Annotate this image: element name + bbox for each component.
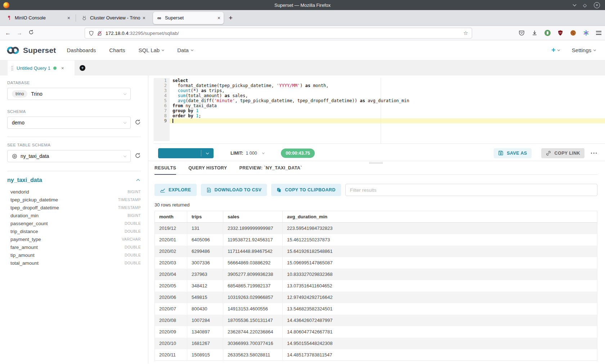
column-row[interactable]: duration_minBIGINT — [7, 211, 141, 219]
new-tab-button[interactable]: + — [229, 14, 233, 22]
table-row[interactable]: 2020/11150891526335623.5802881114.485173… — [155, 349, 597, 361]
back-button[interactable]: ← — [2, 30, 14, 36]
pocket-icon[interactable] — [519, 30, 525, 36]
code-line[interactable]: count(*) as trips, — [172, 88, 605, 93]
chevron-down-icon — [206, 151, 209, 154]
nav-data[interactable]: Data — [177, 47, 193, 53]
nav-sql-lab[interactable]: SQL Lab — [139, 47, 164, 53]
tab-close-icon[interactable]: × — [218, 15, 220, 21]
ublock-icon[interactable]: UO — [557, 30, 563, 36]
table-row[interactable]: 2020/03300733656664869.0388629215.096995… — [155, 257, 597, 269]
code-line[interactable]: from ny_taxi_data — [172, 103, 605, 108]
column-row[interactable]: total_amountDOUBLE — [7, 259, 141, 267]
refresh-schema-icon[interactable] — [135, 119, 141, 127]
tab-close-icon[interactable]: × — [143, 15, 145, 21]
table-row[interactable]: 2020/026299486117114448.8946754215.64192… — [155, 246, 597, 257]
column-row[interactable]: fare_amountDOUBLE — [7, 243, 141, 251]
nav-charts[interactable]: Charts — [109, 47, 125, 53]
column-header[interactable]: avg_duration_min — [283, 211, 597, 223]
window-close-icon[interactable]: × — [594, 2, 600, 8]
nav-dashboards[interactable]: Dashboards — [67, 47, 96, 53]
add-new-button[interactable]: + — [551, 46, 560, 54]
table-select[interactable]: ny_taxi_data — [7, 150, 131, 162]
query-tab-active[interactable]: Untitled Query 1 × — [8, 60, 75, 76]
refresh-table-icon[interactable] — [135, 153, 141, 160]
code-line[interactable]: order by 1; — [172, 113, 605, 118]
column-row[interactable]: tpep_pickup_datetimeTIMESTAMP — [7, 196, 141, 204]
query-tab-close-icon[interactable]: × — [61, 65, 64, 71]
column-header[interactable]: month — [155, 211, 187, 223]
extension-green-icon[interactable] — [544, 30, 551, 36]
table-heading[interactable]: ny_taxi_data — [7, 177, 42, 183]
forward-button[interactable]: → — [14, 30, 25, 36]
brand-name[interactable]: Superset — [23, 46, 56, 55]
table-row[interactable]: 2020/0780043014913153.460055613.54682358… — [155, 303, 597, 315]
table-row[interactable]: 2019/121312332.1899999999987223.59541984… — [155, 223, 597, 234]
extension-asterisk-icon[interactable] — [583, 30, 589, 36]
table-row[interactable]: 2020/016405096119538721.9245631715.46122… — [155, 234, 597, 246]
clipboard-icon — [277, 187, 282, 193]
downloads-icon[interactable] — [532, 30, 538, 36]
lock-disabled-icon[interactable] — [97, 31, 102, 36]
table-row[interactable]: 2020/08100728418705536.15013114714.43642… — [155, 315, 597, 326]
browser-tab-minio[interactable]: MinIO Console × — [3, 12, 73, 24]
editor-code[interactable]: select format_datetime(tpep_pickup_datet… — [172, 78, 605, 123]
add-query-tab-button[interactable]: + — [75, 60, 90, 76]
url-text[interactable]: 172.18.0.4:32295/superset/sqllab/ — [106, 31, 463, 36]
filter-results-input[interactable] — [345, 184, 597, 196]
code-line[interactable]: format_datetime(tpep_pickup_datetime, 'Y… — [172, 83, 605, 88]
column-row[interactable]: vendoridBIGINT — [7, 188, 141, 196]
browser-tab-superset[interactable]: ∞ Superset × — [153, 12, 224, 24]
table-row[interactable]: 2020/0654981510319263.02996685712.974924… — [155, 292, 597, 303]
collapse-icon[interactable] — [136, 179, 140, 183]
settings-menu[interactable]: Settings — [572, 47, 596, 53]
pane-resize-handle[interactable] — [369, 162, 383, 164]
code-line[interactable]: select — [172, 78, 605, 83]
more-actions-button[interactable]: ··· — [591, 150, 598, 157]
bookmark-star-icon[interactable]: ☆ — [463, 30, 468, 36]
column-header[interactable]: sales — [223, 211, 283, 223]
column-row[interactable]: payment_typeVARCHAR — [7, 235, 141, 243]
explore-button[interactable]: EXPLORE — [154, 184, 197, 196]
sql-code-editor[interactable]: 123456789 select format_datetime(tpep_pi… — [154, 78, 605, 144]
url-bar[interactable]: 172.18.0.4:32295/superset/sqllab/ ☆ — [85, 28, 472, 38]
copy-to-clipboard-button[interactable]: COPY TO CLIPBOARD — [271, 184, 341, 196]
run-button[interactable]: RUN — [158, 148, 214, 158]
table-cell: 2020/11 — [155, 349, 187, 361]
drag-handle-icon[interactable] — [11, 65, 13, 70]
database-select[interactable]: trino Trino — [7, 88, 131, 100]
copy-link-button[interactable]: COPY LINK — [541, 148, 584, 158]
limit-control[interactable]: LIMIT: 1 000 — [230, 151, 264, 156]
browser-tab-trino[interactable]: Cluster Overview - Trino × — [78, 12, 149, 24]
table-row[interactable]: 2020/042379633905277.809993623810.833327… — [155, 269, 597, 280]
cookie-icon[interactable] — [570, 30, 576, 36]
column-row[interactable]: passenger_countDOUBLE — [7, 219, 141, 227]
tab-query-history[interactable]: QUERY HISTORY — [188, 165, 227, 175]
code-line[interactable] — [172, 118, 605, 123]
schema-select[interactable]: demo — [7, 117, 131, 129]
tab-close-icon[interactable]: × — [67, 15, 70, 21]
column-row[interactable]: tip_amountDOUBLE — [7, 251, 141, 259]
column-header[interactable]: trips — [187, 211, 223, 223]
tab-results[interactable]: RESULTS — [154, 165, 176, 175]
reload-button[interactable] — [25, 29, 37, 36]
table-cell: 12.974924292716642 — [283, 292, 597, 303]
download-csv-button[interactable]: DOWNLOAD TO CSV — [201, 184, 267, 196]
table-row[interactable]: 2020/053484126854865.71998213713.0735164… — [155, 280, 597, 292]
table-row[interactable]: 2020/09134089723628744.22023686414.80604… — [155, 326, 597, 338]
window-maximize-icon[interactable]: ◇ — [583, 3, 587, 8]
column-row[interactable]: tpep_dropoff_datetimeTIMESTAMP — [7, 204, 141, 211]
tab-preview[interactable]: PREVIEW: `NY_TAXI_DATA` — [239, 165, 302, 175]
table-cell: 6854865.719982137 — [223, 280, 283, 292]
run-options-dropdown[interactable] — [201, 148, 214, 158]
code-line[interactable]: sum(total_amount) as sales, — [172, 93, 605, 98]
save-as-button[interactable]: SAVE AS — [494, 148, 531, 158]
table-row[interactable]: 2020/10168126730366993.70037741614.95015… — [155, 338, 597, 349]
window-minimize-icon[interactable] — [573, 3, 577, 6]
code-line[interactable]: group by 1 — [172, 108, 605, 113]
code-line[interactable]: avg(date_diff('minute', tpep_pickup_date… — [172, 98, 605, 103]
shield-icon[interactable] — [89, 31, 94, 36]
run-toolbar: RUN LIMIT: 1 000 00:00:43.75 SAVE AS — [148, 145, 605, 161]
menu-icon[interactable] — [596, 31, 601, 35]
column-row[interactable]: trip_distanceDOUBLE — [7, 227, 141, 235]
